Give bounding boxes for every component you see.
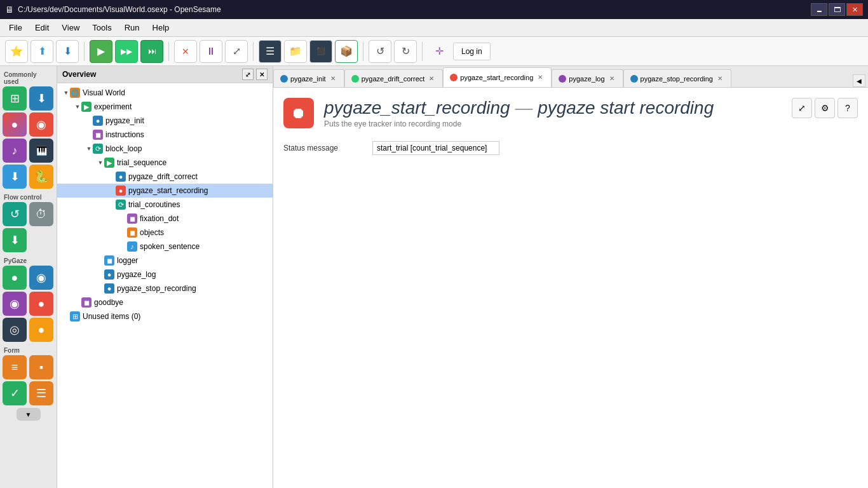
sketchpad-icon[interactable]: ⊞	[3, 86, 27, 111]
package-button[interactable]: 📦	[335, 40, 358, 63]
maximize-button[interactable]: 🗖	[829, 3, 845, 16]
list-view-button[interactable]: ☰	[259, 40, 281, 63]
title-bar-controls: 🗕 🗖 ✕	[811, 3, 863, 16]
menu-item-file[interactable]: File	[3, 20, 29, 35]
tab-prev-button[interactable]: ◀	[853, 74, 865, 87]
menu-item-help[interactable]: Help	[146, 20, 176, 35]
icon-trial_coroutines: ⟳	[116, 200, 126, 210]
sequence-icon[interactable]: ⬇	[3, 228, 27, 252]
feedback-icon[interactable]: ⬇	[29, 86, 53, 111]
minimize-button[interactable]: 🗕	[811, 3, 827, 16]
tab-pygaze_init[interactable]: pygaze_init ✕	[273, 69, 344, 87]
menu-item-tools[interactable]: Tools	[86, 20, 118, 35]
title-text: C:/Users/dev/Documents/VisualWorld.osexp…	[18, 5, 221, 14]
tree-item-pygaze_init[interactable]: ●pygaze_init	[57, 114, 273, 128]
plugin-title-name: pygaze_start_recording	[324, 98, 510, 118]
eyetracker-icon[interactable]: ◉	[29, 112, 53, 137]
sep4	[363, 42, 363, 61]
run-fast-button[interactable]: ▶▶	[115, 40, 138, 63]
tree-item-pygaze_start_recording[interactable]: ●pygaze_start_recording	[57, 184, 273, 198]
python-icon[interactable]: 🐍	[29, 165, 53, 189]
form-orange-icon[interactable]: ▪	[29, 355, 53, 379]
pygaze-start-icon[interactable]: ●	[3, 266, 27, 290]
tree-container: ▼🌐Visual World▼▶experiment●pygaze_init◼i…	[57, 83, 273, 488]
menu-item-view[interactable]: View	[55, 20, 86, 35]
color-icon[interactable]: ●	[3, 112, 27, 137]
tab-close-pygaze_stop_recording[interactable]: ✕	[715, 74, 724, 83]
form-base-icon[interactable]: ≡	[3, 355, 27, 379]
tab-pygaze_drift_correct[interactable]: pygaze_drift_correct ✕	[344, 69, 444, 87]
form-list-icon[interactable]: ☰	[29, 381, 53, 405]
plugin-subtitle: Puts the eye tracker into recording mode	[324, 119, 714, 128]
undo-button[interactable]: ↺	[369, 40, 391, 63]
icon-fixation_dot: ◼	[127, 214, 137, 224]
form-check-icon[interactable]: ✓	[3, 381, 27, 405]
open-up-button[interactable]: ⬆	[31, 40, 53, 63]
overview-close-button[interactable]: ✕	[256, 69, 268, 80]
commonly-used-grid: ⊞ ⬇ ● ◉ ♪ 🎹 ⬇ 🐍	[3, 86, 54, 189]
tab-close-pygaze_drift_correct[interactable]: ✕	[427, 74, 436, 83]
tree-item-visual-world[interactable]: ▼🌐Visual World	[57, 86, 273, 100]
pause-button[interactable]: ⏸	[200, 40, 222, 63]
icon-block_loop: ⟳	[93, 144, 103, 154]
menu-item-edit[interactable]: Edit	[29, 20, 55, 35]
tab-pygaze_start_recording[interactable]: pygaze_start_recording ✕	[443, 67, 552, 87]
tree-item-objects[interactable]: ◼objects	[57, 226, 273, 240]
tree-item-spoken_sentence[interactable]: ♪spoken_sentence	[57, 240, 273, 254]
pygaze-fixation-icon[interactable]: ◎	[3, 318, 27, 342]
tree-item-goodbye[interactable]: ◼goodbye	[57, 295, 273, 309]
overview-panel: Overview ⤢ ✕ ▼🌐Visual World▼▶experiment●…	[57, 66, 273, 488]
tab-pygaze_stop_recording[interactable]: pygaze_stop_recording ✕	[623, 69, 731, 87]
tree-item-unused-items[interactable]: ⊞Unused items (0)	[57, 309, 273, 323]
tree-item-pygaze_drift_correct[interactable]: ●pygaze_drift_correct	[57, 170, 273, 184]
loop-icon[interactable]: ↺	[3, 202, 27, 226]
icon-panel: Commonly used ⊞ ⬇ ● ◉ ♪ 🎹 ⬇ 🐍 Flow contr…	[0, 66, 57, 488]
save-button[interactable]: ⬇	[56, 40, 79, 63]
fullscreen-button[interactable]: ⤢	[792, 98, 812, 118]
label-visual-world: Visual World	[83, 88, 125, 97]
tree-item-experiment[interactable]: ▼▶experiment	[57, 100, 273, 114]
status-message-input[interactable]	[372, 141, 499, 155]
tab-bar: pygaze_init ✕ pygaze_drift_correct ✕ pyg…	[273, 66, 868, 88]
tab-pygaze_log[interactable]: pygaze_log ✕	[552, 69, 623, 87]
tree-item-pygaze_log[interactable]: ●pygaze_log	[57, 268, 273, 281]
tree-item-block_loop[interactable]: ▼⟳block_loop	[57, 142, 273, 156]
new-button[interactable]: ⭐	[5, 40, 28, 63]
audio-icon[interactable]: ♪	[3, 139, 27, 163]
download-icon[interactable]: ⬇	[3, 165, 27, 189]
pygaze-log-icon[interactable]: ●	[29, 318, 53, 342]
tree-item-logger[interactable]: ◼logger	[57, 254, 273, 268]
run-quick-button[interactable]: ⏭	[140, 40, 163, 63]
menu-item-run[interactable]: Run	[118, 20, 146, 35]
icon-pygaze_drift_correct: ●	[116, 172, 126, 182]
pygaze-eye-icon[interactable]: ◉	[3, 292, 27, 316]
icon-pygaze_log: ●	[104, 269, 114, 280]
tree-item-trial_coroutines[interactable]: ⟳trial_coroutines	[57, 198, 273, 212]
piano-icon[interactable]: 🎹	[29, 139, 53, 163]
tab-label-pygaze_stop_recording: pygaze_stop_recording	[641, 75, 713, 83]
close-button[interactable]: ✕	[846, 3, 863, 16]
kill-button[interactable]: ✕	[174, 40, 197, 63]
folder-button[interactable]: 📁	[284, 40, 307, 63]
tree-item-pygaze_stop_recording[interactable]: ●pygaze_stop_recording	[57, 281, 273, 295]
expand-icon[interactable]: ▼	[17, 408, 41, 421]
help-button[interactable]: ?	[837, 98, 858, 118]
tree-item-instructions[interactable]: ◼instructions	[57, 128, 273, 142]
terminal-button[interactable]: ⬛	[309, 40, 332, 63]
resize-button[interactable]: ⤢	[225, 40, 248, 63]
run-button[interactable]: ▶	[90, 40, 112, 63]
settings-button[interactable]: ⚙	[815, 98, 835, 118]
tab-close-pygaze_start_recording[interactable]: ✕	[536, 73, 545, 82]
clock-icon[interactable]: ⏱	[29, 202, 53, 226]
pygaze-stop-icon[interactable]: ●	[29, 292, 53, 316]
redo-button[interactable]: ↻	[394, 40, 417, 63]
tree-item-trial_sequence[interactable]: ▼▶trial_sequence	[57, 156, 273, 170]
overview-expand-button[interactable]: ⤢	[242, 69, 254, 80]
tree-item-fixation_dot[interactable]: ◼fixation_dot	[57, 212, 273, 226]
login-button[interactable]: Log in	[453, 43, 491, 60]
tab-close-pygaze_log[interactable]: ✕	[607, 74, 616, 83]
tab-close-pygaze_init[interactable]: ✕	[329, 74, 337, 83]
icon-unused-items: ⊞	[70, 311, 80, 322]
pygaze-record-icon[interactable]: ◉	[29, 266, 53, 290]
editor-content: ⏺ pygaze_start_recording — pygaze start …	[273, 88, 868, 488]
